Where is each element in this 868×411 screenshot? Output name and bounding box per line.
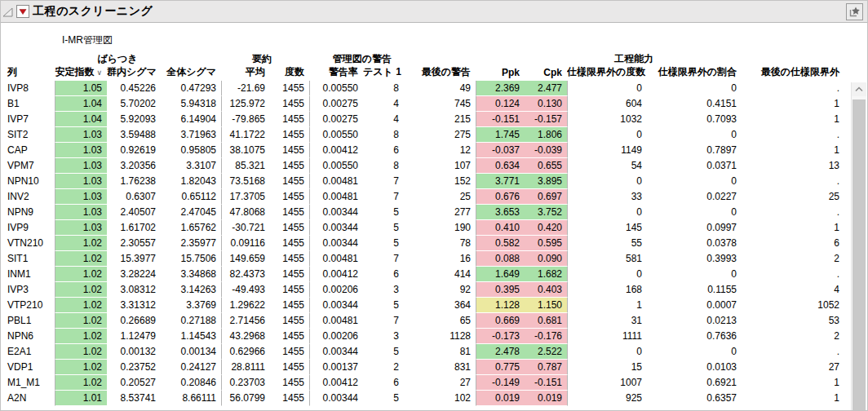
vertical-scrollbar[interactable]	[851, 82, 866, 410]
column-group-header-row: ばらつき 要約 管理図の警告 工程能力	[1, 52, 867, 65]
col-header-mean[interactable]: 平均	[221, 65, 270, 81]
table-row[interactable]: INM11.023.282243.3486882.437314550.00412…	[4, 267, 844, 282]
table-row[interactable]: PBL11.020.266890.271882.7145614550.00481…	[4, 313, 844, 329]
pin-report-button[interactable]	[846, 3, 863, 20]
cell-mean: 17.3705	[221, 189, 270, 205]
cell-cpk: 1.806	[525, 127, 567, 143]
cell-test1: 8	[363, 127, 404, 143]
table-row[interactable]: A2N1.018.537418.6611156.079914550.003445…	[4, 391, 844, 406]
cell-within-sigma: 0.26689	[107, 313, 161, 329]
cell-last-alarm: 27	[404, 375, 476, 391]
table-row[interactable]: VTN2101.022.305572.359770.0911614550.003…	[4, 236, 844, 251]
table-row[interactable]: VDP11.020.237520.2412728.811114550.00137…	[4, 360, 844, 375]
col-header-overall-sigma[interactable]: 全体シグマ	[161, 65, 221, 81]
cell-ppk: 2.369	[476, 81, 525, 96]
cell-last-alarm: 78	[404, 236, 476, 251]
cell-overall-sigma: 1.14543	[161, 329, 221, 344]
cell-test1: 6	[363, 267, 404, 282]
cell-mean: 85.321	[221, 158, 270, 174]
table-row[interactable]: IVP31.023.083123.14263-49.49314550.00206…	[4, 282, 844, 298]
cell-within-sigma: 2.30557	[107, 236, 161, 251]
cell-test1: 8	[363, 158, 404, 174]
table-row[interactable]: IVP91.031.617021.65762-30.72114550.00344…	[4, 220, 844, 236]
cell-stability: 1.02	[55, 282, 107, 298]
col-header-oos-count[interactable]: 仕様限界外の度数	[567, 65, 647, 81]
cell-ppk: -0.173	[476, 329, 525, 344]
cell-stability: 1.04	[55, 96, 107, 112]
red-triangle-menu-button[interactable]	[16, 5, 29, 18]
col-header-last-oos[interactable]: 最後の仕様限界外	[742, 65, 844, 81]
table-row[interactable]: M1_M11.020.205270.208460.2370314550.0041…	[4, 375, 844, 391]
group-header-alarms: 管理図の警告	[333, 52, 392, 66]
cell-stability: 1.03	[55, 220, 107, 236]
cell-last-alarm: 25	[404, 189, 476, 205]
col-header-stability-index[interactable]: 安定指数∨	[55, 65, 107, 81]
col-header-alarm-rate[interactable]: 警告率	[309, 65, 363, 81]
cell-overall-sigma: 6.14904	[161, 112, 221, 127]
cell-n: 1455	[270, 360, 309, 375]
col-header-oos-rate[interactable]: 仕様限界外の割合	[647, 65, 742, 81]
cell-oos-rate: 0.6357	[647, 391, 742, 406]
cell-last-oos: 4	[742, 282, 844, 298]
scrollbar-thumb[interactable]	[852, 99, 866, 410]
cell-last-oos: 1	[742, 143, 844, 158]
table-row[interactable]: SIT21.033.594883.7196341.172214550.00550…	[4, 127, 844, 143]
table-row[interactable]: IVP81.050.452260.47293-21.6914550.005508…	[4, 81, 844, 96]
table-row[interactable]: NPN61.021.124791.1454343.296814550.00206…	[4, 329, 844, 344]
cell-within-sigma: 3.08312	[107, 282, 161, 298]
cell-alarm-rate: 0.00275	[309, 96, 363, 112]
col-header-ppk[interactable]: Ppk	[476, 65, 525, 81]
table-row[interactable]: VTP2101.023.313123.37691.2962214550.0034…	[4, 298, 844, 313]
cell-oos-rate: 0.0213	[647, 313, 742, 329]
group-header-summary: 要約	[252, 52, 272, 66]
cell-mean: -49.493	[221, 282, 270, 298]
cell-overall-sigma: 3.71963	[161, 127, 221, 143]
cell-overall-sigma: 5.94318	[161, 96, 221, 112]
table-row[interactable]: NPN91.032.405072.4704547.806814550.00344…	[4, 205, 844, 220]
cell-oos-rate: 0	[647, 267, 742, 282]
cell-last-oos: 1	[742, 220, 844, 236]
cell-test1: 7	[363, 251, 404, 267]
col-header-column[interactable]: 列	[4, 65, 55, 81]
col-header-last-alarm[interactable]: 最後の警告	[404, 65, 476, 81]
table-row[interactable]: SIT11.0215.397715.7506149.65914550.00481…	[4, 251, 844, 267]
cell-last-alarm: 215	[404, 112, 476, 127]
cell-name: IVP8	[4, 81, 55, 96]
cell-n: 1455	[270, 189, 309, 205]
col-header-count[interactable]: 度数	[270, 65, 309, 81]
cell-last-oos: 27	[742, 360, 844, 375]
cell-overall-sigma: 2.35977	[161, 236, 221, 251]
table-row[interactable]: CAP1.030.926190.9580538.107514550.004126…	[4, 143, 844, 158]
cell-stability: 1.02	[55, 313, 107, 329]
cell-overall-sigma: 2.47045	[161, 205, 221, 220]
cell-name: A2N	[4, 391, 55, 406]
table-row[interactable]: VPM71.033.203563.310785.32114550.0055081…	[4, 158, 844, 174]
cell-last-oos: .	[742, 267, 844, 282]
table-row[interactable]: NPN101.031.762381.8204373.516814550.0048…	[4, 174, 844, 189]
cell-alarm-rate: 0.00206	[309, 329, 363, 344]
table-row[interactable]: INV21.030.63070.6511217.370514550.004817…	[4, 189, 844, 205]
cell-cpk: 0.420	[525, 220, 567, 236]
cell-oos-rate: 0.0007	[647, 298, 742, 313]
cell-test1: 2	[363, 360, 404, 375]
cell-overall-sigma: 1.65762	[161, 220, 221, 236]
cell-n: 1455	[270, 391, 309, 406]
scroll-up-button[interactable]	[852, 82, 866, 96]
cell-name: PBL1	[4, 313, 55, 329]
cell-last-oos: 1	[742, 375, 844, 391]
cell-last-alarm: 92	[404, 282, 476, 298]
table-row[interactable]: B11.045.702025.94318125.97214550.0027547…	[4, 96, 844, 112]
cell-oos-count: 31	[567, 313, 647, 329]
cell-mean: 47.8068	[221, 205, 270, 220]
disclosure-triangle-icon[interactable]	[2, 7, 14, 18]
table-row[interactable]: IVP71.045.920936.14904-79.86514550.00275…	[4, 112, 844, 127]
table-row[interactable]: E2A11.020.001320.001340.6296614550.00344…	[4, 344, 844, 360]
col-header-cpk[interactable]: Cpk	[525, 65, 567, 81]
cell-name: INM1	[4, 267, 55, 282]
col-header-test1[interactable]: テスト 1	[363, 65, 404, 81]
group-header-capability: 工程能力	[614, 52, 653, 66]
cell-name: NPN6	[4, 329, 55, 344]
col-header-within-sigma[interactable]: 群内シグマ	[107, 65, 161, 81]
cell-n: 1455	[270, 143, 309, 158]
cell-mean: 38.1075	[221, 143, 270, 158]
